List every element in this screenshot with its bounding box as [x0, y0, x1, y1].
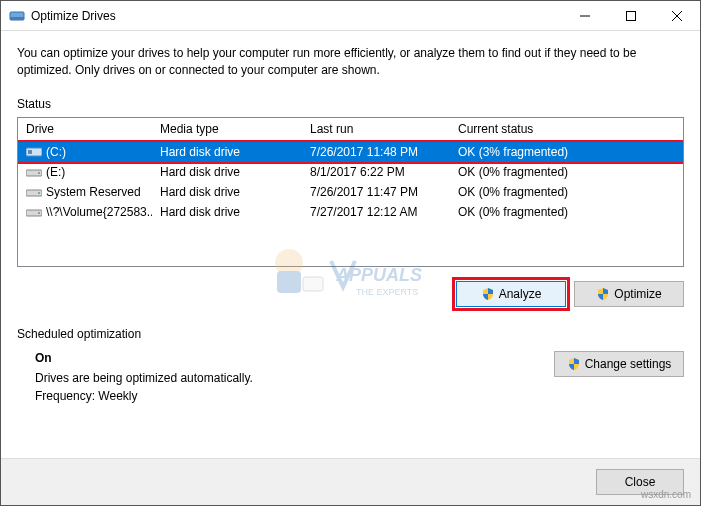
cell-media: Hard disk drive [152, 205, 302, 219]
col-header-drive[interactable]: Drive [18, 118, 152, 141]
cell-lastrun: 7/26/2017 11:47 PM [302, 185, 450, 199]
cell-lastrun: 7/26/2017 11:48 PM [302, 145, 450, 159]
titlebar: Optimize Drives [1, 1, 700, 31]
svg-point-13 [38, 212, 40, 214]
cell-lastrun: 8/1/2017 6:22 PM [302, 165, 450, 179]
cell-media: Hard disk drive [152, 165, 302, 179]
optimize-button[interactable]: Optimize [574, 281, 684, 307]
drive-name: \\?\Volume{272583... [46, 205, 152, 219]
cell-media: Hard disk drive [152, 145, 302, 159]
cell-drive: System Reserved [18, 185, 152, 199]
svg-point-11 [38, 192, 40, 194]
list-header: Drive Media type Last run Current status [18, 118, 683, 142]
drive-list[interactable]: Drive Media type Last run Current status… [17, 117, 684, 267]
cell-drive: (C:) [18, 145, 152, 159]
drive-name: (E:) [46, 165, 65, 179]
cell-media: Hard disk drive [152, 185, 302, 199]
drive-icon [26, 146, 42, 158]
maximize-icon [626, 11, 636, 21]
attribution: wsxdn.com [641, 489, 691, 500]
svg-point-9 [38, 172, 40, 174]
table-row[interactable]: \\?\Volume{272583... Hard disk drive 7/2… [18, 202, 683, 222]
window-controls [562, 1, 700, 30]
svg-rect-3 [627, 11, 636, 20]
close-button[interactable] [654, 1, 700, 30]
cell-status: OK (0% fragmented) [450, 205, 683, 219]
footer: Close [1, 458, 700, 505]
cell-lastrun: 7/27/2017 12:12 AM [302, 205, 450, 219]
shield-icon [481, 287, 495, 301]
analyze-label: Analyze [499, 287, 542, 301]
cell-status: OK (0% fragmented) [450, 185, 683, 199]
list-body: (C:) Hard disk drive 7/26/2017 11:48 PM … [18, 142, 683, 222]
scheduled-desc: Drives are being optimized automatically… [35, 371, 554, 385]
col-header-lastrun[interactable]: Last run [302, 118, 450, 141]
svg-rect-1 [10, 17, 24, 20]
app-icon [9, 8, 25, 24]
analyze-button[interactable]: Analyze [456, 281, 566, 307]
cell-status: OK (3% fragmented) [450, 145, 683, 159]
table-row[interactable]: System Reserved Hard disk drive 7/26/201… [18, 182, 683, 202]
close-label: Close [625, 475, 656, 489]
svg-rect-7 [28, 150, 32, 154]
optimize-label: Optimize [614, 287, 661, 301]
scheduled-freq: Frequency: Weekly [35, 389, 554, 403]
drive-name: (C:) [46, 145, 66, 159]
table-row[interactable]: (E:) Hard disk drive 8/1/2017 6:22 PM OK… [18, 162, 683, 182]
table-row[interactable]: (C:) Hard disk drive 7/26/2017 11:48 PM … [18, 142, 683, 162]
shield-icon [596, 287, 610, 301]
scheduled-section: Scheduled optimization On Drives are bei… [17, 327, 684, 407]
drive-icon [26, 206, 42, 218]
content-area: You can optimize your drives to help you… [1, 31, 700, 458]
maximize-button[interactable] [608, 1, 654, 30]
intro-text: You can optimize your drives to help you… [17, 45, 684, 79]
window-title: Optimize Drives [31, 9, 562, 23]
scheduled-label: Scheduled optimization [17, 327, 684, 341]
change-settings-button[interactable]: Change settings [554, 351, 684, 377]
cell-status: OK (0% fragmented) [450, 165, 683, 179]
minimize-icon [580, 11, 590, 21]
col-header-media[interactable]: Media type [152, 118, 302, 141]
window: Optimize Drives You can optimize your dr… [0, 0, 701, 506]
scheduled-body: On Drives are being optimized automatica… [17, 351, 684, 407]
col-header-status[interactable]: Current status [450, 118, 683, 141]
close-icon [672, 11, 682, 21]
status-label: Status [17, 97, 684, 111]
scheduled-text: On Drives are being optimized automatica… [35, 351, 554, 407]
drive-icon [26, 186, 42, 198]
drive-name: System Reserved [46, 185, 141, 199]
cell-drive: (E:) [18, 165, 152, 179]
scheduled-on: On [35, 351, 554, 365]
cell-drive: \\?\Volume{272583... [18, 205, 152, 219]
shield-icon [567, 357, 581, 371]
drive-icon [26, 166, 42, 178]
scheduled-actions: Change settings [554, 351, 684, 407]
minimize-button[interactable] [562, 1, 608, 30]
action-buttons: Analyze Optimize [17, 281, 684, 307]
change-settings-label: Change settings [585, 357, 672, 371]
